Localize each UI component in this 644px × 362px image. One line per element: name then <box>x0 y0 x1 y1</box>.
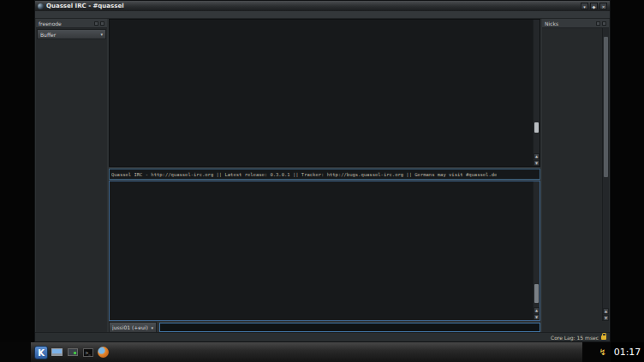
topic-bar[interactable]: Quassel IRC - http://quassel-irc.org || … <box>109 169 540 180</box>
scrollbar-thumb[interactable] <box>534 284 539 303</box>
quassel-window: Quassel IRC - #quassel ▾ ◆ ✕ freenode <box>34 0 611 342</box>
dock-float-icon[interactable] <box>94 21 98 26</box>
system-launcher-icon[interactable] <box>51 346 63 359</box>
top-chat-scrollbar[interactable]: ▲ ▼ <box>533 20 540 166</box>
scroll-up-icon[interactable]: ▲ <box>534 153 540 159</box>
desktop: Quassel IRC - #quassel ▾ ◆ ✕ freenode <box>0 0 644 362</box>
status-bar: Core Lag: 15 msec <box>35 332 610 341</box>
all-buffers-chat-view: ▲ ▼ <box>109 19 540 167</box>
terminal-launcher-icon[interactable]: >_ <box>81 346 94 359</box>
dock-float-icon[interactable] <box>596 21 600 26</box>
buffer-list <box>36 40 107 333</box>
scroll-up-icon[interactable]: ▲ <box>603 308 609 314</box>
chevron-down-icon: ▾ <box>100 32 103 37</box>
quassel-chat-view: ▲ ▼ <box>109 181 540 321</box>
nick-list: ▲ ▼ <box>542 28 609 321</box>
buffer-panel-title: freenode <box>39 21 94 27</box>
close-icon[interactable]: ✕ <box>599 3 607 9</box>
core-lag-label: Core Lag: 15 msec <box>551 335 599 341</box>
dock-close-icon[interactable] <box>602 21 606 26</box>
clock[interactable]: 01:17 <box>611 342 644 362</box>
power-bolt-icon[interactable]: ↯ <box>599 348 606 357</box>
window-title: Quassel IRC - #quassel <box>46 3 581 9</box>
topic-text: Quassel IRC - http://quassel-irc.org || … <box>111 172 497 177</box>
nick-panel: Nicks ▲ ▼ <box>542 19 609 333</box>
buffer-view-combo[interactable]: Buffer ▾ <box>37 29 106 39</box>
minimize-icon[interactable]: ▾ <box>581 3 588 9</box>
dock-close-icon[interactable] <box>100 21 104 26</box>
chevron-down-icon: ▾ <box>151 325 153 330</box>
scroll-up-icon[interactable]: ▲ <box>534 307 540 313</box>
chat-area: ▲ ▼ Quassel IRC - http://quassel-irc.org… <box>109 19 540 333</box>
titlebar[interactable]: Quassel IRC - #quassel ▾ ◆ ✕ <box>35 1 610 11</box>
menubar <box>35 11 610 19</box>
buffer-view-combo-label: Buffer <box>40 32 100 38</box>
nick-selector-label: jussi01 (+eui) <box>112 324 151 330</box>
message-input[interactable] <box>159 323 540 332</box>
bottom-chat-scrollbar[interactable]: ▲ ▼ <box>533 181 540 320</box>
scrollbar-thumb[interactable] <box>604 37 608 177</box>
nick-panel-title: Nicks <box>545 21 596 27</box>
secure-connection-lock-icon <box>601 335 606 340</box>
network-launcher-icon[interactable] <box>66 346 79 359</box>
dock-tabs <box>542 321 609 333</box>
clock-text: 01:17 <box>614 347 641 358</box>
scroll-down-icon[interactable]: ▼ <box>534 160 540 166</box>
scroll-down-icon[interactable]: ▼ <box>534 314 540 320</box>
nick-list-scrollbar[interactable]: ▲ ▼ <box>602 28 609 321</box>
scroll-down-icon[interactable]: ▼ <box>603 315 609 321</box>
quassel-app-icon <box>38 3 44 9</box>
kde-menu-button[interactable]: K <box>34 346 48 359</box>
taskbar: K >_ ↯ 01:17 <box>0 342 644 362</box>
firefox-launcher-icon[interactable] <box>97 346 110 359</box>
buffer-panel: freenode Buffer ▾ <box>36 19 107 333</box>
scrollbar-thumb[interactable] <box>534 122 539 133</box>
maximize-icon[interactable]: ◆ <box>590 3 598 9</box>
